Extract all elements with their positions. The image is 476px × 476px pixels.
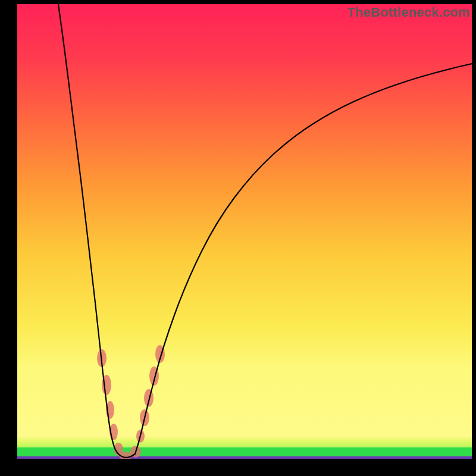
bottleneck-curve (58, 4, 472, 458)
curve-group (58, 4, 472, 458)
markers-group (97, 345, 165, 459)
plot-area (17, 4, 472, 459)
watermark-text: TheBottleneck.com (347, 5, 470, 20)
bottleneck-curve-overlay (17, 4, 472, 459)
chart-frame: TheBottleneck.com (0, 0, 476, 476)
data-point-marker (144, 389, 154, 407)
